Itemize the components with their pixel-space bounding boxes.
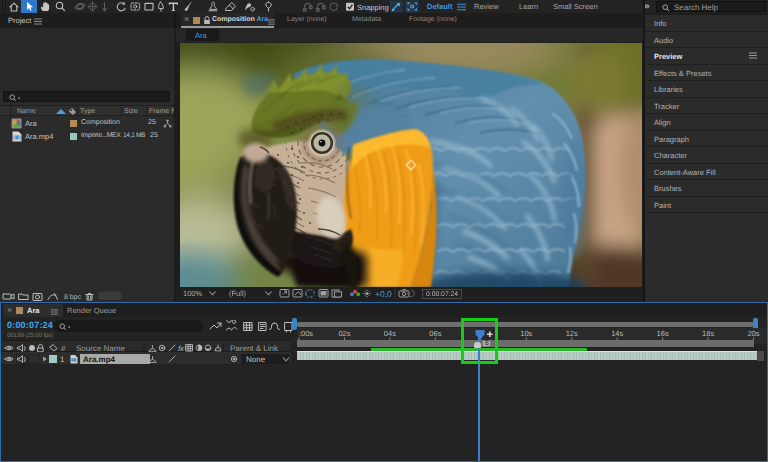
svg-text:18s: 18s — [702, 329, 714, 338]
svg-text:16s: 16s — [657, 329, 669, 338]
svg-text:06s: 06s — [429, 329, 441, 338]
svg-text:Snapping: Snapping — [357, 3, 389, 12]
svg-text:02s: 02s — [338, 329, 350, 338]
svg-text::00s: :00s — [299, 329, 313, 338]
svg-text:None: None — [246, 355, 266, 364]
svg-text:10s: 10s — [520, 329, 532, 338]
svg-text:20s: 20s — [747, 329, 759, 338]
svg-text:1: 1 — [60, 355, 65, 364]
svg-text:Ara.mp4: Ara.mp4 — [83, 355, 116, 364]
svg-text:04s: 04s — [384, 329, 396, 338]
svg-text:+0,0: +0,0 — [375, 289, 392, 299]
svg-text:14s: 14s — [611, 329, 623, 338]
svg-text:12s: 12s — [566, 329, 578, 338]
svg-text:8 bpc: 8 bpc — [64, 293, 82, 301]
